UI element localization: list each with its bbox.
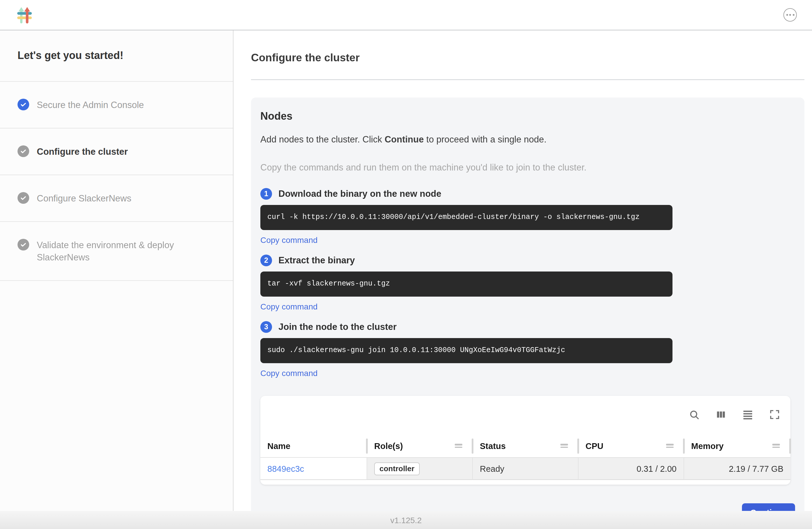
step-3-command-block: sudo ./slackernews-gnu join 10.0.0.11:30… — [260, 338, 672, 363]
column-header-label: Name — [267, 441, 290, 451]
intro-suffix: to proceed with a single node. — [424, 134, 547, 144]
column-header-roles[interactable]: Role(s) — [367, 434, 473, 458]
column-header-label: Memory — [691, 441, 724, 451]
copy-commands-hint: Copy the commands and run them on the ma… — [260, 162, 795, 173]
step-2-title: Extract the binary — [278, 255, 355, 266]
nodes-intro-text: Add nodes to the cluster. Click Continue… — [260, 134, 795, 145]
sidebar-step-configure-slackernews[interactable]: Configure SlackerNews — [0, 175, 233, 222]
step-3-number-badge: 3 — [260, 321, 272, 333]
intro-bold-continue: Continue — [385, 134, 424, 144]
column-header-label: Status — [480, 441, 506, 451]
table-header-row: Name Role(s) Status — [260, 434, 791, 458]
column-separator[interactable] — [789, 438, 791, 453]
page-title: Configure the cluster — [251, 52, 804, 64]
sidebar-step-label: Secure the Admin Console — [37, 99, 144, 111]
nodes-card: Nodes Add nodes to the cluster. Click Co… — [251, 98, 804, 529]
step-1-copy-command-link[interactable]: Copy command — [260, 235, 318, 245]
overflow-menu-button[interactable] — [783, 8, 797, 22]
column-header-label: CPU — [585, 441, 603, 451]
step-3-title: Join the node to the cluster — [278, 322, 397, 332]
table-row: 8849ec3c controller Ready 0.31 / 2.00 2.… — [260, 458, 791, 480]
step-3-header: 3 Join the node to the cluster — [260, 321, 795, 333]
column-menu-icon[interactable] — [455, 443, 462, 449]
column-header-cpu[interactable]: CPU — [579, 434, 684, 458]
search-icon[interactable] — [689, 409, 700, 420]
node-name-link[interactable]: 8849ec3c — [267, 464, 304, 473]
sidebar-step-label: Configure the cluster — [37, 145, 128, 158]
check-circle-icon — [17, 239, 29, 251]
column-menu-icon[interactable] — [772, 443, 780, 449]
density-icon[interactable] — [742, 409, 754, 420]
slackernews-logo-icon — [17, 6, 33, 24]
column-menu-icon[interactable] — [561, 443, 568, 449]
node-name-cell: 8849ec3c — [260, 458, 367, 480]
step-1-number-badge: 1 — [260, 188, 272, 200]
node-status-cell: Ready — [473, 458, 579, 480]
column-separator[interactable] — [472, 438, 474, 453]
sidebar-title: Let's get you started! — [0, 30, 233, 82]
column-separator[interactable] — [366, 438, 368, 453]
nodes-heading: Nodes — [260, 110, 795, 123]
columns-icon[interactable] — [716, 409, 726, 420]
setup-sidebar: Let's get you started! Secure the Admin … — [0, 30, 233, 511]
top-bar — [0, 0, 812, 30]
step-1-header: 1 Download the binary on the new node — [260, 188, 795, 200]
step-2-header: 2 Extract the binary — [260, 255, 795, 266]
role-badge: controller — [374, 462, 420, 475]
sidebar-step-secure-admin-console[interactable]: Secure the Admin Console — [0, 82, 233, 128]
nodes-table-panel: Name Role(s) Status — [260, 396, 791, 485]
step-2-command-block: tar -xvf slackernews-gnu.tgz — [260, 272, 672, 297]
column-separator[interactable] — [577, 438, 579, 453]
check-circle-icon — [17, 192, 29, 204]
column-header-memory[interactable]: Memory — [684, 434, 791, 458]
step-3-copy-command-link[interactable]: Copy command — [260, 369, 318, 378]
title-divider — [251, 80, 804, 80]
node-memory-cell: 2.19 / 7.77 GB — [684, 458, 791, 480]
footer: v1.125.2 — [0, 511, 812, 529]
admin-console-app: Let's get you started! Secure the Admin … — [0, 0, 812, 529]
step-1-command-block: curl -k https://10.0.0.11:30000/api/v1/e… — [260, 205, 672, 230]
table-toolbar — [260, 396, 791, 434]
column-header-name[interactable]: Name — [260, 434, 367, 458]
step-1-title: Download the binary on the new node — [278, 189, 441, 199]
column-header-label: Role(s) — [374, 441, 403, 451]
check-circle-icon — [17, 99, 29, 110]
sidebar-step-label: Configure SlackerNews — [37, 192, 131, 204]
node-cpu-cell: 0.31 / 2.00 — [579, 458, 684, 480]
step-2-number-badge: 2 — [260, 255, 272, 266]
node-roles-cell: controller — [367, 458, 473, 480]
step-2-copy-command-link[interactable]: Copy command — [260, 302, 318, 311]
content-area: Let's get you started! Secure the Admin … — [0, 30, 812, 511]
main-panel: Configure the cluster Nodes Add nodes to… — [233, 30, 812, 511]
sidebar-step-validate-deploy[interactable]: Validate the environment & deploy Slacke… — [0, 222, 233, 281]
fullscreen-icon[interactable] — [769, 409, 780, 420]
sidebar-step-configure-cluster[interactable]: Configure the cluster — [0, 128, 233, 175]
sidebar-step-label: Validate the environment & deploy Slacke… — [37, 239, 215, 263]
column-separator[interactable] — [683, 438, 685, 453]
check-circle-icon — [17, 145, 29, 157]
column-menu-icon[interactable] — [666, 443, 673, 449]
column-header-status[interactable]: Status — [473, 434, 579, 458]
intro-prefix: Add nodes to the cluster. Click — [260, 134, 385, 144]
version-label: v1.125.2 — [390, 515, 421, 525]
